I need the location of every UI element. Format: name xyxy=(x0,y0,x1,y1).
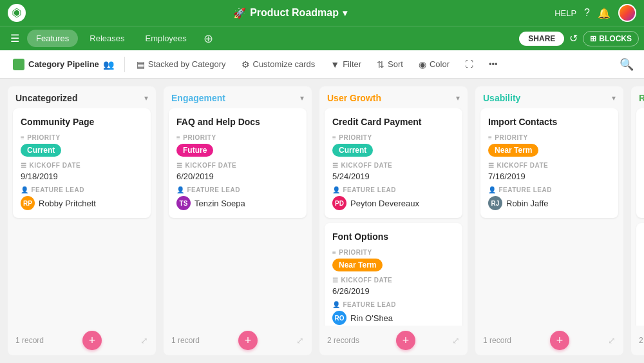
lead-label: 👤 FEATURE LEAD xyxy=(488,186,611,193)
column-usability: Usability▾Import Contacts≡ PRIORITYNear … xyxy=(475,86,623,355)
color-button[interactable]: ◉ Color xyxy=(412,56,456,73)
column-footer-engagement: 1 record+⤢ xyxy=(164,326,312,355)
add-card-button-usability[interactable]: + xyxy=(550,331,569,350)
card-user-growth-0[interactable]: Credit Card Payment≡ PRIORITYCurrent☰ KI… xyxy=(325,108,462,218)
view-icon xyxy=(13,59,24,70)
person-icon: 👤 xyxy=(332,301,341,308)
filter-button[interactable]: ▼ Filter xyxy=(324,56,368,73)
customize-cards-button[interactable]: ⚙ Customize cards xyxy=(235,56,322,73)
dropdown-icon[interactable]: ▾ xyxy=(343,8,347,18)
tab-features[interactable]: Features xyxy=(27,30,78,47)
add-card-button-user-growth[interactable]: + xyxy=(396,331,415,350)
column-chevron-uncategorized[interactable]: ▾ xyxy=(144,93,148,103)
lead-name: Peyton Devereaux xyxy=(350,199,419,208)
kickoff-value: 5/24/2019 xyxy=(332,172,455,181)
notification-icon[interactable]: 🔔 xyxy=(598,7,611,19)
column-footer-usability: 1 record+⤢ xyxy=(475,326,623,355)
column-chevron-usability[interactable]: ▾ xyxy=(612,93,616,103)
kickoff-value: 6/26/2019 xyxy=(332,286,455,296)
add-card-button-uncategorized[interactable]: + xyxy=(82,331,102,350)
fullscreen-icon: ⛶ xyxy=(465,59,473,69)
priority-icon: ≡ xyxy=(21,134,24,141)
kickoff-label: ☰ KICKOFF DATE xyxy=(176,162,299,169)
fullscreen-button[interactable]: ⛶ xyxy=(459,56,480,72)
column-header-usability: Usability▾ xyxy=(475,86,623,108)
user-avatar[interactable] xyxy=(618,4,636,22)
view-selector[interactable]: Category Pipeline 👥 xyxy=(8,56,119,73)
column-reduce: Reduce Ch...▾Custom I...≡ PRIORITYNear T… xyxy=(631,86,644,355)
kanban-board: Uncategorized▾Community Page≡ PRIORITYCu… xyxy=(0,79,644,363)
expand-icon[interactable]: ⤢ xyxy=(140,335,148,346)
card-title: FAQ and Help Docs xyxy=(176,116,299,128)
search-button[interactable]: 🔍 xyxy=(617,55,636,74)
card-engagement-0[interactable]: FAQ and Help Docs≡ PRIORITYFuture☰ KICKO… xyxy=(169,108,307,218)
share-button[interactable]: SHARE xyxy=(519,32,564,46)
help-text[interactable]: HELP xyxy=(554,8,576,18)
priority-badge: Current xyxy=(332,144,373,157)
cards-user-growth: Credit Card Payment≡ PRIORITYCurrent☰ KI… xyxy=(319,108,468,326)
history-icon[interactable]: ↺ xyxy=(569,32,578,44)
tab-employees[interactable]: Employees xyxy=(137,30,196,47)
kickoff-value: 9/18/2019 xyxy=(21,172,143,181)
cards-reduce: Custom I...≡ PRIORITYNear Ter...☰ KICKOF… xyxy=(631,108,644,326)
card-uncategorized-0[interactable]: Community Page≡ PRIORITYCurrent☰ KICKOFF… xyxy=(13,108,151,218)
record-count: 2 records xyxy=(639,336,644,345)
card-usability-0[interactable]: Import Contacts≡ PRIORITYNear Term☰ KICK… xyxy=(480,108,618,218)
kickoff-value: 7/16/2019 xyxy=(488,172,611,181)
more-options-button[interactable]: ••• xyxy=(482,56,504,72)
column-chevron-engagement[interactable]: ▾ xyxy=(300,93,304,103)
column-title-uncategorized: Uncategorized xyxy=(15,93,77,103)
kickoff-label: ☰ KICKOFF DATE xyxy=(21,162,143,169)
calendar-icon: ☰ xyxy=(21,162,27,169)
app-logo[interactable] xyxy=(8,4,26,22)
help-icon[interactable]: ? xyxy=(584,7,590,19)
column-header-engagement: Engagement▾ xyxy=(164,86,312,108)
stacked-icon: ▤ xyxy=(137,59,145,70)
column-chevron-user-growth[interactable]: ▾ xyxy=(456,93,460,103)
priority-badge: Current xyxy=(21,144,61,157)
kickoff-value: 6/20/2019 xyxy=(176,172,299,181)
card-reduce-0[interactable]: Custom I...≡ PRIORITYNear Ter...☰ KICKOF… xyxy=(636,108,644,218)
tab-releases[interactable]: Releases xyxy=(80,30,133,47)
blocks-icon: ⊞ xyxy=(590,34,596,43)
record-count: 1 record xyxy=(483,336,511,345)
expand-icon[interactable]: ⤢ xyxy=(608,335,616,346)
feature-lead: RPRobby Pritchett xyxy=(21,196,143,210)
cards-engagement: FAQ and Help Docs≡ PRIORITYFuture☰ KICKO… xyxy=(164,108,312,326)
card-title: Font Options xyxy=(332,231,455,242)
add-card-button-engagement[interactable]: + xyxy=(238,331,258,350)
column-footer-user-growth: 2 records+⤢ xyxy=(319,326,468,355)
priority-label: ≡ PRIORITY xyxy=(176,134,299,141)
hamburger-menu[interactable]: ☰ xyxy=(5,30,24,47)
card-reduce-1[interactable]: Analytics≡ PRIORITYFuture☰ KICKOFF8/1/20… xyxy=(636,223,644,326)
filter-icon: ▼ xyxy=(330,59,339,70)
blocks-button[interactable]: ⊞ BLOCKS xyxy=(583,31,639,46)
nav-right: SHARE ↺ ⊞ BLOCKS xyxy=(519,31,639,46)
lead-name: Tenzin Soepa xyxy=(194,199,245,208)
sort-icon: ⇅ xyxy=(377,59,384,70)
calendar-icon: ☰ xyxy=(176,162,183,169)
people-icon[interactable]: 👥 xyxy=(103,59,114,70)
priority-badge: Future xyxy=(176,144,213,157)
cards-uncategorized: Community Page≡ PRIORITYCurrent☰ KICKOFF… xyxy=(8,108,156,326)
column-title-user-growth: User Growth xyxy=(327,93,381,103)
priority-badge: Near Term xyxy=(332,259,383,271)
card-user-growth-1[interactable]: Font Options≡ PRIORITYNear Term☰ KICKOFF… xyxy=(325,223,462,326)
column-title-engagement: Engagement xyxy=(171,93,225,103)
calendar-icon: ☰ xyxy=(332,277,339,284)
column-title-reduce: Reduce Ch... xyxy=(639,93,644,103)
lead-avatar: RO xyxy=(332,311,346,325)
add-tab-button[interactable]: ⊕ xyxy=(198,29,218,48)
priority-icon: ≡ xyxy=(176,134,180,141)
rocket-icon: 🚀 xyxy=(233,7,246,19)
priority-icon: ≡ xyxy=(332,249,336,256)
expand-icon[interactable]: ⤢ xyxy=(452,335,460,346)
column-user-growth: User Growth▾Credit Card Payment≡ PRIORIT… xyxy=(319,86,468,355)
sort-button[interactable]: ⇅ Sort xyxy=(370,56,410,73)
customize-icon: ⚙ xyxy=(242,59,250,70)
column-header-uncategorized: Uncategorized▾ xyxy=(8,86,156,108)
priority-label: ≡ PRIORITY xyxy=(332,134,455,141)
card-title: Import Contacts xyxy=(488,116,611,128)
expand-icon[interactable]: ⤢ xyxy=(296,335,304,346)
stacked-category-button[interactable]: ▤ Stacked by Category xyxy=(130,56,232,73)
